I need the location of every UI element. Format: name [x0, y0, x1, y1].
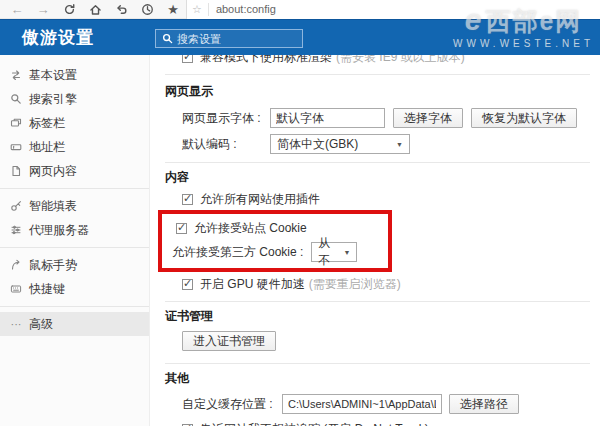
address-bar[interactable]: ☆ about:config: [186, 0, 600, 19]
sidebar-item-label: 标签栏: [29, 115, 65, 132]
plugins-row: 允许所有网站使用插件: [150, 191, 600, 208]
highlight-red-box: 允许接受站点 Cookie 允许接受第三方 Cookie : 从不 ▼: [158, 210, 392, 272]
sidebar-item-address-bar[interactable]: 地址栏: [0, 135, 149, 159]
forward-icon[interactable]: →: [30, 1, 56, 18]
font-label: 网页显示字体 :: [182, 110, 270, 127]
compat-mode-row: 兼容模式下使用标准渲染 (需安装 IE9 或以上版本): [150, 55, 600, 66]
font-row: 网页显示字体 : 选择字体 恢复为默认字体: [150, 108, 600, 128]
compat-mode-hint: (需安装 IE9 或以上版本): [336, 55, 465, 66]
restore-default-font-button[interactable]: 恢复为默认字体: [471, 108, 577, 128]
sidebar-item-form-fill[interactable]: 智能填表: [0, 194, 149, 218]
enter-cert-management-button[interactable]: 进入证书管理: [182, 331, 276, 351]
undo-icon[interactable]: [108, 1, 134, 18]
section-title-content: 内容: [150, 169, 600, 186]
address-bar-icon: [9, 141, 23, 153]
proxy-server-icon: [9, 224, 23, 236]
section-title-display: 网页显示: [150, 83, 600, 100]
cache-path-input[interactable]: [282, 394, 442, 414]
settings-search-input[interactable]: [177, 33, 287, 45]
plugins-checkbox[interactable]: [182, 194, 193, 205]
history-icon[interactable]: [134, 1, 160, 18]
plugins-label: 允许所有网站使用插件: [200, 191, 320, 208]
gpu-label: 开启 GPU 硬件加速: [200, 276, 305, 293]
search-icon: [162, 33, 173, 44]
compat-mode-label: 兼容模式下使用标准渲染: [200, 55, 332, 66]
back-icon[interactable]: ←: [4, 1, 30, 18]
basic-settings-icon: [9, 69, 23, 81]
settings-content: 兼容模式下使用标准渲染 (需安装 IE9 或以上版本) 网页显示 网页显示字体 …: [150, 55, 600, 426]
sidebar-item-label: 网页内容: [29, 163, 77, 180]
home-icon[interactable]: [82, 1, 108, 18]
favorite-star-icon[interactable]: ☆: [187, 3, 209, 16]
compat-mode-checkbox[interactable]: [182, 55, 193, 63]
web-content-icon: [9, 165, 23, 177]
section-title-other: 其他: [150, 370, 600, 387]
sidebar-item-mouse-gesture[interactable]: 鼠标手势: [0, 253, 149, 277]
refresh-icon[interactable]: [56, 1, 82, 18]
bookmark-star-icon[interactable]: ★: [160, 1, 186, 18]
sidebar-item-label: 快捷键: [29, 281, 65, 298]
gpu-checkbox[interactable]: [182, 279, 193, 290]
encoding-dropdown[interactable]: 简体中文(GBK) ▼: [270, 134, 410, 154]
sidebar-item-label: 高级: [29, 316, 53, 333]
cache-label: 自定义缓存位置 :: [182, 396, 282, 413]
search-engine-icon: [9, 93, 23, 105]
section-divider: [165, 363, 590, 364]
dnt-checkbox[interactable]: [182, 424, 193, 426]
gpu-hint: (需要重启浏览器): [309, 276, 401, 293]
sidebar-item-search-engine[interactable]: 搜索引擎: [0, 87, 149, 111]
settings-sidebar: 基本设置 搜索引擎 标签栏 地址栏 网页内容 智能填表: [0, 55, 150, 426]
site-cookie-row: 允许接受站点 Cookie: [168, 220, 388, 237]
sidebar-divider: [0, 306, 149, 307]
section-divider: [165, 162, 590, 163]
sidebar-item-web-content[interactable]: 网页内容: [0, 159, 149, 183]
choose-font-button[interactable]: 选择字体: [393, 108, 463, 128]
sidebar-item-label: 智能填表: [29, 198, 77, 215]
gpu-row: 开启 GPU 硬件加速 (需要重启浏览器): [150, 276, 600, 293]
sidebar-item-shortcut-keys[interactable]: 快捷键: [0, 277, 149, 301]
browser-toolbar: ← → ★ ☆ about:config: [0, 0, 600, 19]
sidebar-item-label: 鼠标手势: [29, 257, 77, 274]
shortcut-keys-icon: [9, 283, 23, 295]
font-input[interactable]: [270, 108, 385, 128]
sidebar-item-basic-settings[interactable]: 基本设置: [0, 63, 149, 87]
dnt-row: 告诉网站我不想被追踪 (开启 Do Not Track): [150, 421, 600, 426]
site-cookie-checkbox[interactable]: [176, 223, 187, 234]
encoding-value: 简体中文(GBK): [277, 136, 358, 153]
encoding-row: 默认编码 : 简体中文(GBK) ▼: [150, 134, 600, 154]
sidebar-item-tab-bar[interactable]: 标签栏: [0, 111, 149, 135]
settings-header: 傲游设置: [0, 19, 600, 55]
form-fill-icon: [9, 200, 23, 212]
sidebar-item-label: 基本设置: [29, 67, 77, 84]
maxthon-settings-window: ← → ★ ☆ about:config 傲游设置: [0, 0, 600, 427]
cache-row: 自定义缓存位置 : 选择路径: [150, 394, 600, 414]
third-party-cookie-value: 从不: [318, 235, 340, 269]
settings-search-box[interactable]: [155, 29, 303, 48]
cert-row: 进入证书管理: [150, 331, 600, 351]
sidebar-item-proxy-server[interactable]: 代理服务器: [0, 218, 149, 242]
chevron-down-icon: ▼: [343, 249, 350, 256]
dnt-label: 告诉网站我不想被追踪 (开启 Do Not Track): [200, 421, 429, 426]
sidebar-divider: [0, 247, 149, 248]
chevron-down-icon: ▼: [396, 141, 403, 148]
sidebar-item-label: 地址栏: [29, 139, 65, 156]
section-divider: [165, 74, 590, 75]
address-url[interactable]: about:config: [209, 3, 276, 15]
third-party-cookie-dropdown[interactable]: 从不 ▼: [311, 242, 357, 262]
sidebar-item-label: 搜索引擎: [29, 91, 77, 108]
tab-bar-icon: [9, 117, 23, 129]
sidebar-item-label: 代理服务器: [29, 222, 89, 239]
page-title: 傲游设置: [22, 26, 94, 49]
third-party-cookie-row: 允许接受第三方 Cookie : 从不 ▼: [168, 242, 388, 262]
ellipsis-icon: ···: [9, 318, 23, 330]
encoding-label: 默认编码 :: [182, 136, 270, 153]
choose-path-button[interactable]: 选择路径: [449, 394, 519, 414]
mouse-gesture-icon: [9, 259, 23, 271]
site-cookie-label: 允许接受站点 Cookie: [194, 220, 307, 237]
section-divider: [165, 301, 590, 302]
section-title-cert: 证书管理: [150, 308, 600, 325]
sidebar-item-advanced[interactable]: ··· 高级: [0, 312, 149, 336]
third-party-cookie-label: 允许接受第三方 Cookie :: [172, 244, 303, 261]
sidebar-divider: [0, 188, 149, 189]
